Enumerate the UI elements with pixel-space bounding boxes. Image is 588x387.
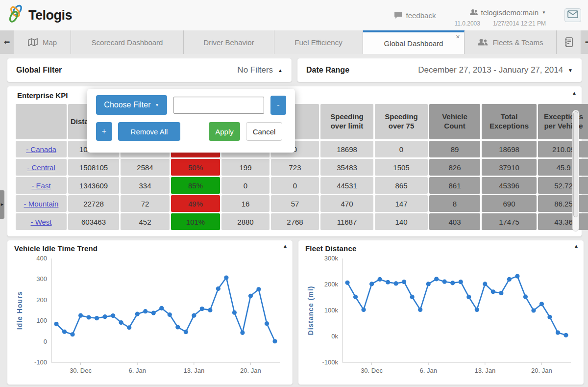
envelope-icon — [567, 10, 578, 20]
feedback-button[interactable]: feedback — [394, 11, 436, 20]
tab-notebook[interactable] — [557, 30, 581, 54]
tab-fuel-efficiency[interactable]: Fuel Efficiency — [274, 30, 363, 54]
idle-chart-collapse-button[interactable]: ▲ — [283, 243, 288, 249]
close-tab-icon[interactable]: ✕ — [456, 34, 460, 40]
data-point — [539, 302, 544, 306]
kpi-cell: 861 — [429, 177, 480, 194]
add-filter-button[interactable]: + — [96, 122, 112, 141]
region-link[interactable]: - Central — [27, 163, 55, 172]
data-point — [353, 295, 358, 299]
kpi-cell: 17475 — [482, 213, 537, 230]
account-label: telogisdemo:main — [481, 8, 539, 17]
user-icon — [470, 9, 478, 16]
data-point — [62, 330, 67, 334]
telogis-logo-icon — [7, 3, 25, 27]
kpi-cell: 199 — [221, 159, 270, 176]
choose-filter-label: Choose Filter — [104, 101, 150, 109]
tab-fleets-teams[interactable]: Fleets & Teams — [465, 30, 557, 54]
kpi-cell: 44531 — [320, 177, 373, 194]
data-point — [184, 330, 188, 334]
logo-text: Telogis — [28, 8, 72, 23]
kpi-collapse-button[interactable]: ▲ — [572, 90, 577, 96]
data-point — [232, 310, 237, 315]
x-tick-label: 20. Jan — [240, 367, 261, 374]
region-link[interactable]: - Canada — [26, 145, 56, 154]
kpi-cell: 45.9 — [538, 159, 588, 176]
telogis-logo: Telogis — [7, 3, 72, 27]
kpi-cell: 334 — [121, 177, 170, 194]
cancel-button[interactable]: Cancel — [246, 122, 282, 141]
data-point — [402, 280, 406, 284]
arrow-right-icon: ➡ — [585, 38, 588, 47]
account-menu[interactable]: telogisdemo:main ▼ — [470, 8, 546, 17]
date-range-title: Date Range — [306, 66, 349, 75]
tab-global-dashboard[interactable]: Global Dashboard✕ — [363, 30, 465, 54]
tab-scroll-left-button[interactable]: ⬅ — [0, 30, 14, 54]
data-point — [70, 332, 74, 336]
tab-scorecard-dashboard[interactable]: Scorecard Dashboard — [71, 30, 184, 54]
y-tick-label: 100 — [36, 317, 47, 324]
apply-button[interactable]: Apply — [209, 122, 240, 141]
distance-chart-collapse-button[interactable]: ▲ — [574, 243, 579, 249]
data-point — [54, 322, 58, 326]
kpi-cell: 57 — [271, 195, 319, 212]
data-point — [127, 325, 131, 330]
arrow-left-icon: ⬅ — [4, 38, 10, 47]
data-point — [175, 325, 180, 329]
data-point — [103, 314, 107, 319]
data-point — [224, 275, 228, 280]
region-link[interactable]: - Mountain — [24, 200, 59, 208]
kpi-cell: 0 — [271, 177, 319, 194]
kpi-cell: 45396 — [482, 177, 537, 194]
kpi-cell: 0 — [221, 177, 270, 194]
region-link[interactable]: - East — [31, 181, 50, 190]
data-point — [159, 306, 164, 310]
region-link[interactable]: - West — [30, 218, 51, 226]
y-tick-label: 300k — [324, 255, 339, 262]
kpi-cell: 8 — [429, 195, 480, 212]
mail-button[interactable] — [564, 8, 581, 22]
remove-filter-button[interactable]: - — [270, 96, 286, 115]
data-point — [272, 339, 277, 343]
notebook-icon — [564, 37, 574, 48]
data-point — [507, 277, 512, 282]
kpi-cell: 2584 — [121, 159, 170, 176]
kpi-vertical-scrollbar[interactable] — [572, 110, 579, 232]
kpi-cell: 89 — [429, 141, 480, 157]
tab-map[interactable]: Map — [14, 30, 71, 54]
kpi-cell: 86.25 — [538, 195, 588, 212]
remove-all-button[interactable]: Remove All — [118, 122, 180, 141]
tab-driver-behavior[interactable]: Driver Behavior — [184, 30, 274, 54]
y-tick-label: 300 — [36, 275, 47, 283]
speech-bubble-icon — [394, 12, 402, 19]
data-point — [394, 281, 398, 285]
y-axis-label: Idle Hours — [16, 291, 24, 330]
distance-chart-title: Fleet Distance — [305, 244, 578, 253]
data-point — [466, 295, 471, 299]
data-point — [111, 313, 115, 318]
kpi-cell: 723 — [271, 159, 319, 176]
tab-label: Global Dashboard — [384, 39, 443, 48]
filter-value-input[interactable] — [173, 97, 264, 114]
kpi-col-header: Total Exceptions — [482, 104, 537, 139]
data-point — [491, 289, 495, 294]
y-axis-label: Distance (mi) — [307, 286, 315, 335]
global-filter-value: No Filters — [237, 65, 273, 75]
kpi-cell: 1505 — [375, 159, 428, 176]
tab-scroll-right-button[interactable]: ➡ — [581, 30, 588, 54]
global-filter-toggle[interactable]: No Filters ▲ — [237, 65, 283, 75]
tab-strip: MapScorecard DashboardDriver BehaviorFue… — [14, 30, 581, 54]
kpi-scrollbar-thumb[interactable] — [573, 111, 578, 217]
choose-filter-button[interactable]: Choose Filter ▼ — [96, 95, 167, 115]
date-range-toggle[interactable]: December 27, 2013 - January 27, 2014 ▼ — [418, 65, 573, 75]
kpi-row-name-cell: - East — [16, 177, 67, 194]
kpi-col-header: Speeding over 75 — [375, 104, 428, 139]
date-range-panel: Date Range December 27, 2013 - January 2… — [297, 58, 582, 82]
panel-expander-handle[interactable]: ▶ — [0, 190, 4, 219]
table-row: - Central1508105258450%19972335483150582… — [16, 159, 588, 176]
kpi-cell: 22728 — [68, 195, 119, 212]
app-window: Telogis feedback telogisdemo:main ▼ 11.0 — [0, 0, 588, 387]
data-point — [547, 315, 552, 319]
kpi-cell: 1343609 — [68, 177, 119, 194]
kpi-row-name-cell: - Mountain — [16, 195, 67, 212]
